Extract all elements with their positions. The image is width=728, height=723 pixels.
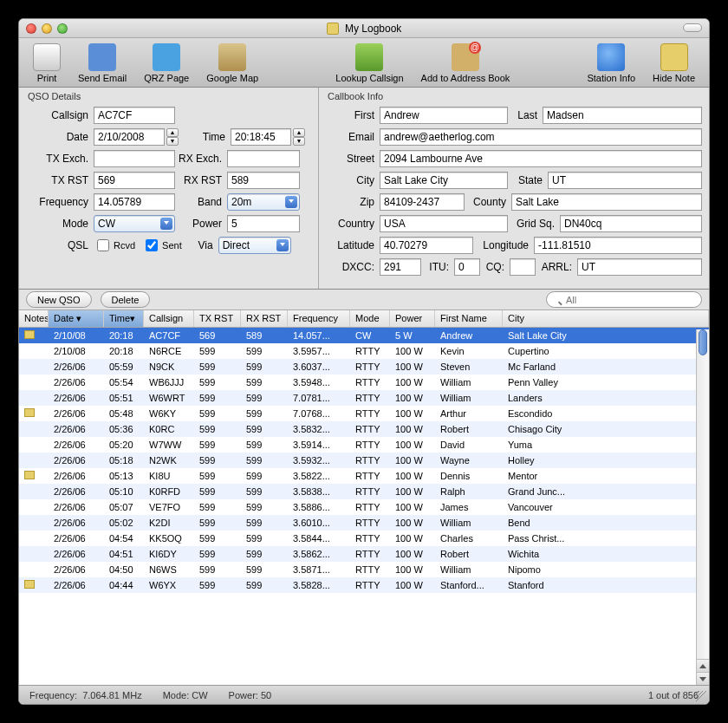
cq-field[interactable] (510, 258, 536, 276)
table-row[interactable]: 2/26/0605:13KI8U5995993.5822...RTTY100 W… (19, 468, 709, 484)
table-row[interactable]: 2/10/0820:18N6RCE5995993.5957...RTTY100 … (19, 343, 709, 359)
qso-heading: QSO Details (28, 91, 311, 101)
country-label: Country (326, 218, 380, 230)
date-field[interactable] (94, 128, 165, 146)
col-firstname[interactable]: First Name (435, 310, 503, 327)
qso-details-panel: QSO Details Callsign Date ▲▼ Time ▲▼ TX … (19, 88, 319, 289)
vertical-scrollbar[interactable] (696, 329, 709, 685)
col-frequency[interactable]: Frequency (288, 310, 350, 327)
rcvd-checkbox[interactable] (97, 239, 109, 251)
rxrst-field[interactable] (227, 172, 300, 189)
cq-label: CQ: (480, 261, 510, 273)
street-field[interactable] (380, 150, 702, 167)
table-row[interactable]: 2/26/0605:36K0RC5995993.5832...RTTY100 W… (19, 421, 709, 437)
state-label: State (508, 174, 548, 186)
print-button[interactable]: Print (24, 42, 69, 85)
freq-field[interactable] (94, 193, 175, 211)
country-field[interactable] (380, 215, 508, 232)
table-row[interactable]: 2/10/0820:18AC7CF56958914.057...CW5 WAnd… (19, 328, 709, 343)
sent-checkbox[interactable] (146, 239, 158, 251)
freq-label: Frequency (26, 196, 94, 208)
callsign-field[interactable] (94, 107, 175, 124)
col-date[interactable]: Date ▾ (49, 310, 104, 327)
col-callsign[interactable]: Callsign (144, 310, 194, 327)
delete-button[interactable]: Delete (101, 291, 151, 308)
time-stepper[interactable]: ▲▼ (293, 128, 305, 146)
table-row[interactable]: 2/26/0604:44W6YX5995993.5828...RTTY100 W… (19, 577, 709, 593)
time-field[interactable] (231, 128, 291, 146)
table-header: Notes Date ▾ Time▾ Callsign TX RST RX RS… (19, 310, 709, 328)
hide-note-button[interactable]: Hide Note (644, 42, 704, 85)
table-row[interactable]: 2/26/0605:20W7WW5995993.5914...RTTY100 W… (19, 437, 709, 453)
table-row[interactable]: 2/26/0604:51KI6DY5995993.5862...RTTY100 … (19, 546, 709, 562)
callsign-label: Callsign (26, 109, 94, 121)
add-addressbook-button[interactable]: Add to Address Book (413, 42, 519, 85)
itu-field[interactable] (454, 258, 480, 276)
col-time[interactable]: Time▾ (104, 310, 144, 327)
email-field[interactable] (380, 128, 702, 146)
titlebar: My Logbook (19, 19, 709, 38)
status-freq-label: Frequency: (29, 690, 77, 700)
lat-field[interactable] (380, 237, 473, 254)
itu-label: ITU: (421, 261, 454, 273)
band-select[interactable]: 20m (227, 193, 300, 211)
table-row[interactable]: 2/26/0604:50N6WS5995993.5871...RTTY100 W… (19, 562, 709, 577)
mode-label: Mode (26, 218, 94, 230)
note-icon (24, 471, 35, 479)
mode-select[interactable]: CW (94, 215, 175, 232)
scroll-thumb[interactable] (699, 329, 707, 355)
table-row[interactable]: 2/26/0605:51W6WRT5995997.0781...RTTY100 … (19, 390, 709, 406)
table-row[interactable]: 2/26/0605:10K0RFD5995993.5838...RTTY100 … (19, 484, 709, 499)
sort-desc-icon: ▾ (76, 313, 81, 323)
station-info-button[interactable]: Station Info (578, 42, 644, 85)
lon-field[interactable] (534, 237, 702, 254)
table-body[interactable]: 2/10/0820:18AC7CF56958914.057...CW5 WAnd… (19, 328, 709, 685)
scroll-up-icon[interactable] (697, 659, 709, 672)
lookup-callsign-button[interactable]: Lookup Callsign (327, 42, 412, 85)
city-field[interactable] (380, 172, 508, 189)
grid-field[interactable] (560, 215, 702, 232)
col-mode[interactable]: Mode (350, 310, 390, 327)
col-rxrst[interactable]: RX RST (241, 310, 288, 327)
send-email-button[interactable]: Send Email (69, 42, 135, 85)
rxexch-field[interactable] (227, 150, 300, 167)
table-row[interactable]: 2/26/0605:07VE7FO5995993.5886...RTTY100 … (19, 499, 709, 515)
dxcc-field[interactable] (380, 258, 421, 276)
time-label: Time (179, 131, 231, 143)
status-count: 1 out of 856 (648, 690, 699, 700)
via-select[interactable]: Direct (218, 237, 291, 254)
txexch-field[interactable] (94, 150, 175, 167)
google-map-button[interactable]: Google Map (198, 42, 267, 85)
rxexch-label: RX Exch. (175, 153, 227, 165)
txrst-field[interactable] (94, 172, 175, 189)
col-txrst[interactable]: TX RST (194, 310, 241, 327)
table-row[interactable]: 2/26/0605:02K2DI5995993.6010...RTTY100 W… (19, 515, 709, 531)
table-row[interactable]: 2/26/0605:48W6KY5995997.0768...RTTY100 W… (19, 406, 709, 421)
scroll-down-icon[interactable] (697, 672, 709, 685)
last-label: Last (508, 109, 543, 121)
rcvd-label: Rcvd (114, 240, 135, 251)
table-row[interactable]: 2/26/0604:54KK5OQ5995993.5844...RTTY100 … (19, 531, 709, 546)
arrl-field[interactable] (577, 258, 702, 276)
toolbar-toggle-icon[interactable] (683, 23, 702, 32)
power-field[interactable] (227, 215, 300, 232)
first-field[interactable] (380, 107, 508, 124)
callbook-info-panel: Callbook Info First Last Email Street Ci… (319, 88, 709, 289)
search-input[interactable] (546, 291, 702, 308)
qrz-page-button[interactable]: QRZ Page (135, 42, 198, 85)
col-notes[interactable]: Notes (19, 310, 49, 327)
new-qso-button[interactable]: New QSO (26, 291, 92, 308)
table-row[interactable]: 2/26/0605:18N2WK5995993.5932...RTTY100 W… (19, 453, 709, 468)
col-city[interactable]: City (503, 310, 709, 327)
state-field[interactable] (548, 172, 702, 189)
table-row[interactable]: 2/26/0605:54WB6JJJ5995993.5948...RTTY100… (19, 375, 709, 390)
table-row[interactable]: 2/26/0605:59N9CK5995993.6037...RTTY100 W… (19, 359, 709, 375)
zip-field[interactable] (380, 193, 465, 211)
last-field[interactable] (543, 107, 702, 124)
county-field[interactable] (511, 193, 702, 211)
info-icon (597, 43, 625, 71)
col-power[interactable]: Power (390, 310, 435, 327)
printer-icon (33, 43, 61, 71)
date-stepper[interactable]: ▲▼ (166, 128, 179, 146)
resize-grip-icon[interactable] (696, 691, 706, 701)
